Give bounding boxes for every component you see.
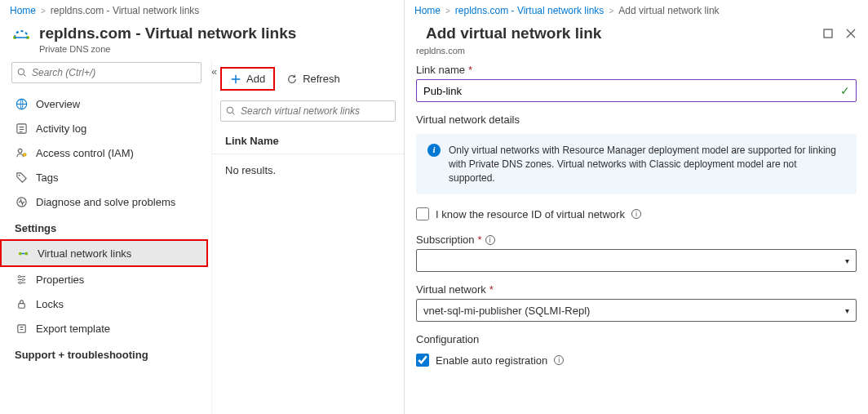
refresh-button-label: Refresh [303,73,340,85]
auto-registration-checkbox[interactable] [416,354,429,367]
sidebar-item-label: Virtual network links [38,247,131,260]
breadcrumb-resource[interactable]: repldns.com - Virtual network links [51,5,200,16]
svg-rect-15 [18,303,24,308]
configuration-header: Configuration [416,333,857,345]
sidebar-search[interactable]: « [11,62,202,83]
svg-point-17 [227,107,233,114]
sidebar-item-properties[interactable]: Properties [0,267,208,292]
svg-point-8 [18,174,20,176]
info-icon: i [427,144,441,157]
know-resource-id-checkbox[interactable] [416,207,429,220]
breadcrumb-resource[interactable]: repldns.com - Virtual network links [455,5,604,16]
svg-point-7 [23,153,26,156]
svg-rect-16 [17,324,24,332]
add-button-label: Add [246,73,265,85]
export-template-icon [15,322,28,335]
table-header-link-name[interactable]: Link Name [212,125,404,154]
sidebar-item-label: Locks [36,298,64,310]
svg-line-18 [232,113,235,115]
plus-icon [230,73,241,85]
add-link-blade: Home > repldns.com - Virtual network lin… [405,0,868,414]
svg-point-12 [18,275,20,278]
sidebar-item-label: Overview [36,98,80,110]
sidebar-item-overview[interactable]: Overview [0,91,208,116]
chevron-down-icon: ▾ [845,306,849,315]
blade-title: Add virtual network link [414,24,613,42]
sidebar-item-diagnose[interactable]: Diagnose and solve problems [0,189,208,214]
sidebar-item-label: Access control (IAM) [36,147,134,159]
breadcrumb-home[interactable]: Home [10,5,36,16]
svg-point-2 [18,69,24,75]
globe-icon [15,97,28,110]
add-button[interactable]: Add [220,67,275,91]
sidebar-item-export-template[interactable]: Export template [0,316,208,341]
sidebar-item-access-control[interactable]: Access control (IAM) [0,140,208,165]
close-icon[interactable] [844,26,858,41]
vnet-label: Virtual network* [416,283,857,296]
svg-rect-19 [824,29,832,38]
breadcrumb: Home > repldns.com - Virtual network lin… [0,0,404,21]
properties-icon [15,273,28,286]
filter-input[interactable] [241,105,390,117]
search-icon [17,68,27,78]
vnet-details-header: Virtual network details [416,114,857,126]
sidebar-item-locks[interactable]: Locks [0,292,208,316]
content-area: Add Refresh Link Name No results. [212,60,404,414]
collapse-sidebar-icon[interactable]: « [211,66,217,78]
info-text: Only virtual networks with Resource Mana… [449,144,845,185]
sidebar-item-activity-log[interactable]: Activity log [0,116,208,140]
page-subtitle: Private DNS zone [39,44,296,54]
refresh-button[interactable]: Refresh [278,69,348,89]
page-title: repldns.com - Virtual network links [39,24,296,42]
breadcrumb-current: Add virtual network link [618,5,719,16]
breadcrumb: Home > repldns.com - Virtual network lin… [405,0,868,21]
refresh-icon [286,73,298,85]
svg-point-13 [21,278,24,281]
sidebar-item-label: Export template [36,323,110,335]
svg-line-3 [24,74,26,77]
vnet-dropdown[interactable]: vnet-sql-mi-publisher (SQLMI-Repl) ▾ [416,299,857,322]
sidebar-item-label: Properties [36,274,84,286]
lock-icon [15,297,28,310]
info-box: i Only virtual networks with Resource Ma… [416,134,857,194]
breadcrumb-sep: > [41,7,46,16]
subscription-label: Subscription* i [416,234,857,246]
sidebar-section-settings: Settings [0,214,208,239]
vnet-value: vnet-sql-mi-publisher (SQLMI-Repl) [423,305,590,317]
info-tooltip-icon[interactable]: i [554,355,564,365]
no-results-message: No results. [212,154,404,186]
link-name-input[interactable] [416,79,857,102]
sidebar-item-label: Activity log [36,122,86,135]
svg-point-14 [19,281,21,283]
toolbar: Add Refresh [212,64,404,97]
sidebar-item-label: Diagnose and solve problems [36,196,175,208]
sidebar: « Overview Activity log Access control (… [0,60,212,414]
blade-subtitle: repldns.com [405,44,868,64]
sidebar-item-tags[interactable]: Tags [0,165,208,189]
know-resource-id-label: I know the resource ID of virtual networ… [436,208,625,220]
tag-icon [15,171,28,184]
resource-header: repldns.com - Virtual network links Priv… [0,21,404,60]
dns-zone-icon [11,28,31,47]
subscription-dropdown[interactable]: ▾ [416,249,857,272]
sidebar-item-virtual-network-links[interactable]: Virtual network links [0,239,208,267]
chevron-down-icon: ▾ [845,256,849,265]
vnet-link-icon [16,247,29,260]
breadcrumb-home[interactable]: Home [414,5,441,16]
svg-point-10 [18,252,21,255]
filter-box[interactable] [220,100,396,122]
maximize-icon[interactable] [821,26,835,41]
activity-log-icon [15,122,28,135]
svg-point-6 [18,149,22,153]
info-tooltip-icon[interactable]: i [631,209,641,219]
sidebar-search-input[interactable] [32,67,196,78]
access-control-icon [15,146,28,159]
resource-pane: Home > repldns.com - Virtual network lin… [0,0,405,414]
sidebar-section-support: Support + troubleshooting [0,341,208,366]
auto-registration-label: Enable auto registration [436,354,547,367]
link-name-label: Link name* [416,64,857,76]
info-tooltip-icon[interactable]: i [485,235,495,245]
sidebar-item-label: Tags [36,171,58,184]
svg-point-11 [24,252,28,255]
search-icon [226,106,236,116]
